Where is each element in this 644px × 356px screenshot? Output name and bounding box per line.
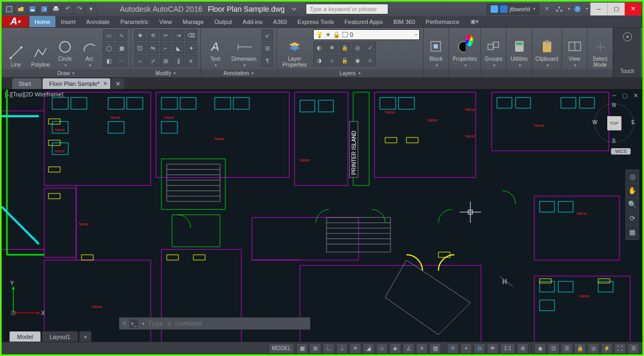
panel-draw-title[interactable]: Draw▾: [2, 69, 131, 77]
clipboard-button[interactable]: Clipboard▾: [535, 29, 558, 68]
sb-lockui-icon[interactable]: 🔒: [574, 343, 586, 354]
tab-start[interactable]: Start: [12, 78, 42, 89]
stretch-icon[interactable]: ↔: [134, 55, 146, 67]
layer-iso-icon[interactable]: ◎: [352, 42, 363, 53]
explode-icon[interactable]: ✦: [185, 42, 197, 54]
block-button[interactable]: Block▾: [427, 29, 445, 68]
layer-combo[interactable]: 💡☀🔓 0 ▾: [313, 29, 420, 40]
sb-3dosnap-icon[interactable]: ◈: [389, 343, 401, 354]
sb-osnap-icon[interactable]: ◇: [376, 343, 388, 354]
qat-dropdown-icon[interactable]: ▾: [86, 4, 96, 14]
tab-parametric[interactable]: Parametric: [115, 16, 154, 27]
sb-annoscale-icon[interactable]: ⚖: [474, 343, 485, 354]
compass-n[interactable]: N: [612, 102, 616, 108]
sb-quickprops-icon[interactable]: ☰: [561, 343, 573, 354]
nav-show-icon[interactable]: ▦: [626, 225, 639, 239]
tab-new-icon[interactable]: ✕: [111, 78, 124, 89]
recent-dropdown-icon[interactable]: [290, 5, 298, 13]
compass-w[interactable]: W: [592, 119, 597, 125]
add-layout-icon[interactable]: +: [79, 331, 92, 342]
scale-icon[interactable]: ⤢: [147, 55, 159, 67]
tab-performance[interactable]: Performance: [420, 16, 464, 27]
a360-icon[interactable]: [554, 4, 565, 14]
sb-annomonitor-icon[interactable]: +: [460, 343, 472, 354]
qat-save-icon[interactable]: [27, 4, 38, 14]
layer-off-icon[interactable]: ◐: [313, 42, 325, 53]
mirror-icon[interactable]: ⇋: [147, 42, 159, 54]
exchange-icon[interactable]: ✕: [541, 4, 552, 14]
vp-maximize-icon[interactable]: ▢: [621, 92, 629, 99]
tab-view[interactable]: View: [154, 16, 177, 27]
sb-hardware-icon[interactable]: ⚡: [601, 343, 613, 354]
drawing-canvas[interactable]: [–][Top][2D Wireframe] ─ ▢ ✕ TOP N S W E…: [2, 90, 642, 342]
search-input[interactable]: Type a keyword or phrase: [306, 4, 388, 14]
groups-button[interactable]: Groups▾: [484, 29, 503, 68]
tab-close-icon[interactable]: ✕: [103, 81, 108, 86]
app-logo[interactable]: A▾: [2, 16, 29, 27]
arc-button[interactable]: Arc▾: [78, 29, 101, 68]
maximize-button[interactable]: ▢: [607, 3, 624, 15]
qat-saveas-icon[interactable]: [39, 4, 50, 14]
sb-model[interactable]: MODEL: [268, 343, 295, 354]
tab-bim360[interactable]: BIM 360: [388, 16, 420, 27]
qat-plot-icon[interactable]: [51, 4, 61, 14]
command-input[interactable]: [148, 320, 307, 327]
ellipse-icon[interactable]: ◯: [103, 42, 115, 54]
layer-match-icon[interactable]: ≈: [364, 54, 376, 66]
tab-current-file[interactable]: Floor Plan Sample*✕: [43, 78, 110, 89]
tab-output[interactable]: Output: [209, 16, 238, 27]
qat-new-icon[interactable]: [4, 4, 14, 14]
layer-uniso-icon[interactable]: ◉: [352, 54, 363, 66]
erase-icon[interactable]: ⌫: [185, 29, 197, 41]
layer-thaw-icon[interactable]: ☼: [326, 54, 338, 66]
align-icon[interactable]: ≡: [185, 55, 197, 67]
nav-wheel-icon[interactable]: ◎: [626, 170, 639, 184]
fillet-icon[interactable]: ⌐: [160, 42, 172, 54]
view-button[interactable]: View▾: [565, 29, 584, 68]
layer-properties-button[interactable]: Layer Properties: [280, 29, 309, 68]
layer-make-icon[interactable]: ✓: [364, 42, 376, 53]
layer-freeze-icon[interactable]: ❄: [326, 42, 338, 53]
tab-manage[interactable]: Manage: [177, 16, 209, 27]
circle-button[interactable]: Circle▾: [54, 29, 76, 68]
tab-insert[interactable]: Insert: [55, 16, 81, 27]
vp-close-icon[interactable]: ✕: [632, 92, 639, 99]
line-button[interactable]: Line: [5, 29, 27, 68]
copy-icon[interactable]: ⿻: [134, 42, 146, 54]
sb-gear-icon[interactable]: ⚙: [517, 343, 528, 354]
more-draw-icon[interactable]: ⋯: [116, 55, 127, 67]
nav-orbit-icon[interactable]: ⟳: [626, 212, 639, 225]
panel-layers-title[interactable]: Layers▾: [277, 69, 423, 77]
rotate-icon[interactable]: ⟲: [147, 29, 159, 41]
layer-unlock-icon[interactable]: 🔓: [339, 54, 350, 66]
polyline-button[interactable]: Polyline: [29, 29, 52, 68]
array-icon[interactable]: ⊞: [160, 55, 172, 67]
touch-panel[interactable]: Touch: [613, 28, 641, 77]
cmd-grip-icon[interactable]: ⠿: [123, 321, 126, 327]
viewport-label[interactable]: [–][Top][2D Wireframe]: [5, 91, 63, 98]
table-icon[interactable]: ⊟: [262, 42, 273, 54]
dimension-button[interactable]: Dimension▾: [229, 29, 259, 68]
nav-zoom-icon[interactable]: 🔍: [626, 198, 639, 212]
layout1-tab[interactable]: Layout1: [42, 331, 78, 342]
leader-icon[interactable]: ↙: [262, 29, 273, 41]
panel-modify-title[interactable]: Modify▾: [131, 69, 200, 77]
panel-annotation-title[interactable]: Annotation▾: [201, 69, 276, 77]
layer-on-icon[interactable]: ◑: [313, 54, 325, 66]
tab-home[interactable]: Home: [29, 16, 55, 27]
spline-icon[interactable]: ∿: [116, 29, 127, 41]
sb-ortho-icon[interactable]: ⊥: [336, 343, 348, 354]
tab-focus-icon[interactable]: ▣▾: [468, 16, 482, 27]
extend-icon[interactable]: ⇥: [173, 29, 184, 41]
sb-iso-icon[interactable]: ◢: [363, 343, 374, 354]
tab-annotate[interactable]: Annotate: [81, 16, 115, 27]
sb-snap-icon[interactable]: ⊞: [309, 343, 321, 354]
mtext-icon[interactable]: ¶: [262, 55, 273, 67]
qat-undo-icon[interactable]: ↶: [62, 4, 73, 14]
utilities-button[interactable]: Utilities▾: [510, 29, 528, 68]
move-icon[interactable]: ✥: [134, 29, 146, 41]
properties-button[interactable]: Properties▾: [452, 29, 477, 68]
tab-express[interactable]: Express Tools: [292, 16, 339, 27]
sb-isolate-icon[interactable]: ◎: [588, 343, 599, 354]
cmd-prompt-icon[interactable]: >_: [129, 319, 138, 328]
